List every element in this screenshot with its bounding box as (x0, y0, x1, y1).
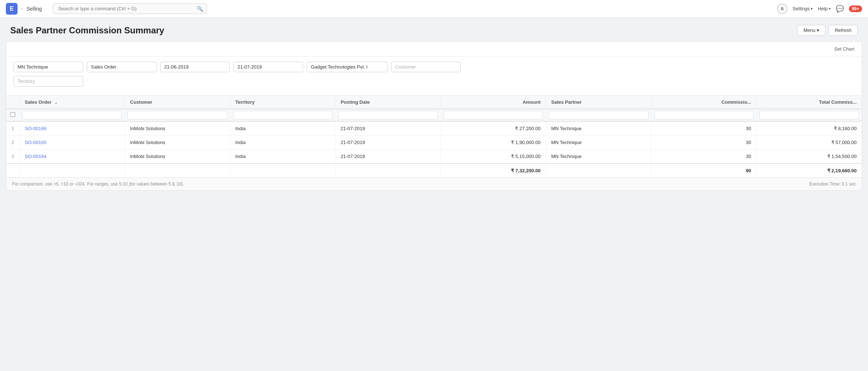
data-table: Sales Order ⌄ Customer Territory Posting… (6, 96, 862, 177)
filter-amount[interactable] (444, 111, 543, 120)
totals-row: ₹ 7,32,200.00 90 ₹ 2,19,660.00 (6, 164, 862, 177)
checkbox-header (6, 96, 19, 109)
table-row: 3 SO-00164 InMobi Solutions India 21-07-… (6, 150, 862, 164)
search-bar: 🔍 (53, 3, 207, 14)
cell-sales-partner: MN Technique (546, 121, 651, 136)
cell-territory: India (230, 136, 335, 150)
col-sales-partner: Sales Partner (546, 96, 651, 109)
cell-customer: InMobi Solutions (125, 150, 230, 164)
filter-sales-partner[interactable] (549, 111, 648, 120)
cell-customer: InMobi Solutions (125, 121, 230, 136)
filters-row-1 (14, 62, 854, 72)
cell-total-commission: ₹ 1,54,500.00 (757, 150, 862, 164)
data-table-wrapper: Sales Order ⌄ Customer Territory Posting… (6, 96, 862, 177)
cell-customer: InMobi Solutions (125, 136, 230, 150)
cell-amount: ₹ 27,200.00 (441, 121, 546, 136)
filter-customer[interactable] (128, 111, 227, 120)
settings-chevron: ▾ (811, 7, 813, 11)
cell-commission-rate: 30 (651, 136, 757, 150)
col-customer: Customer (125, 96, 230, 109)
header-actions: Menu ▾ Refresh (797, 25, 858, 36)
page-title: Sales Partner Commission Summary (10, 25, 164, 36)
total-commission: ₹ 2,19,660.00 (757, 164, 862, 177)
table-footer: For comparison, use >5, <10 or =324. For… (6, 177, 862, 190)
breadcrumb-chevron: › (21, 6, 23, 11)
top-navigation: E › Selling 🔍 A Settings ▾ Help ▾ 💬 99+ (0, 0, 868, 18)
main-card: Set Chart Sales Order ⌄ (6, 41, 862, 191)
cell-sales-partner: MN Technique (546, 136, 651, 150)
help-button[interactable]: Help ▾ (818, 6, 831, 11)
set-chart-button[interactable]: Set Chart (834, 46, 854, 52)
from-date-filter[interactable] (160, 62, 230, 72)
table-body: 1 SO-00166 InMobi Solutions India 21-07-… (6, 121, 862, 164)
menu-chevron: ▾ (817, 27, 819, 33)
territory-filter[interactable] (14, 76, 83, 87)
table-row: 1 SO-00166 InMobi Solutions India 21-07-… (6, 121, 862, 136)
col-total-commission: Total Commiss... (757, 96, 862, 109)
cell-commission-rate: 30 (651, 121, 757, 136)
col-posting-date: Posting Date (335, 96, 441, 109)
cell-total-commission: ₹ 8,160.00 (757, 121, 862, 136)
menu-button[interactable]: Menu ▾ (797, 25, 826, 36)
cell-sales-order[interactable]: SO-00165 (19, 136, 125, 150)
customer-filter[interactable] (391, 62, 461, 72)
cell-posting-date: 21-07-2019 (335, 136, 441, 150)
filter-total-commission[interactable] (760, 111, 859, 120)
breadcrumb-label: Selling (26, 6, 42, 12)
table-filter-row (6, 109, 862, 121)
settings-button[interactable]: Settings ▾ (792, 6, 813, 11)
cell-territory: India (230, 150, 335, 164)
nav-right: A Settings ▾ Help ▾ 💬 99+ (777, 4, 862, 14)
total-amount: ₹ 7,32,200.00 (441, 164, 546, 177)
set-chart-row: Set Chart (6, 42, 862, 56)
filter-commission-rate[interactable] (654, 111, 754, 120)
cell-amount: ₹ 1,90,000.00 (441, 136, 546, 150)
refresh-button[interactable]: Refresh (828, 25, 858, 36)
help-chevron: ▾ (829, 7, 831, 11)
avatar: A (777, 4, 787, 14)
cell-territory: India (230, 121, 335, 136)
document-type-filter[interactable] (87, 62, 157, 72)
cell-sales-order[interactable]: SO-00164 (19, 150, 125, 164)
row-number: 3 (6, 150, 19, 164)
col-sales-order[interactable]: Sales Order ⌄ (19, 96, 125, 109)
filters-row-2 (14, 76, 854, 87)
cell-sales-partner: MN Technique (546, 150, 651, 164)
notification-badge[interactable]: 99+ (849, 5, 862, 12)
app-icon[interactable]: E (6, 3, 18, 15)
to-date-filter[interactable] (233, 62, 303, 72)
cell-total-commission: ₹ 57,000.00 (757, 136, 862, 150)
total-commission-rate: 90 (651, 164, 757, 177)
filters-section (6, 56, 862, 96)
sales-partner-filter[interactable] (14, 62, 83, 72)
page-header: Sales Partner Commission Summary Menu ▾ … (0, 18, 868, 41)
search-input[interactable] (53, 3, 207, 14)
search-icon: 🔍 (197, 6, 203, 12)
filter-posting-date[interactable] (338, 111, 438, 120)
company-filter[interactable] (307, 62, 387, 72)
sort-icon: ⌄ (54, 100, 58, 104)
footer-hint: For comparison, use >5, <10 or =324. For… (12, 181, 184, 187)
col-territory: Territory (230, 96, 335, 109)
row-number: 2 (6, 136, 19, 150)
cell-sales-order[interactable]: SO-00166 (19, 121, 125, 136)
select-all-checkbox[interactable] (9, 112, 16, 117)
execution-time: Execution Time: 0.1 sec (809, 181, 856, 187)
chat-icon[interactable]: 💬 (836, 5, 844, 13)
col-commission-rate: Commissio... (651, 96, 757, 109)
cell-commission-rate: 30 (651, 150, 757, 164)
row-number: 1 (6, 121, 19, 136)
cell-posting-date: 21-07-2019 (335, 121, 441, 136)
table-row: 2 SO-00165 InMobi Solutions India 21-07-… (6, 136, 862, 150)
col-amount: Amount (441, 96, 546, 109)
filter-territory[interactable] (233, 111, 332, 120)
table-header-row: Sales Order ⌄ Customer Territory Posting… (6, 96, 862, 109)
filter-sales-order[interactable] (22, 111, 122, 120)
cell-amount: ₹ 5,15,000.00 (441, 150, 546, 164)
cell-posting-date: 21-07-2019 (335, 150, 441, 164)
